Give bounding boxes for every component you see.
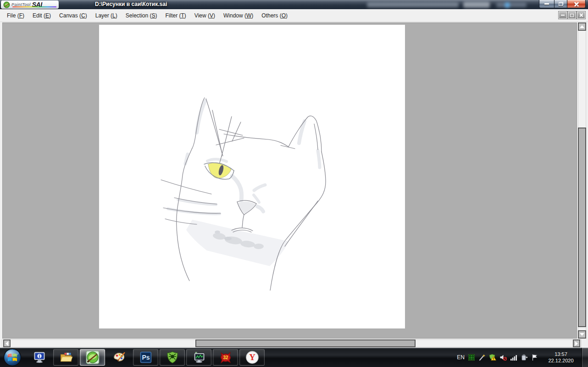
menu-file[interactable]: File (F) [3, 12, 28, 19]
restore-icon [559, 2, 563, 6]
close-button[interactable] [567, 0, 586, 8]
volume-muted-icon[interactable] [499, 354, 507, 361]
arrow-down-icon [580, 333, 584, 336]
window-title: D:\Рисунки в саи\Котик.sai [95, 1, 167, 7]
thebat-badge: 32 [223, 355, 228, 360]
menu-canvas[interactable]: Canvas (C) [55, 12, 91, 19]
menu-selection[interactable]: Selection (S) [122, 12, 161, 19]
menu-others[interactable]: Others (O) [257, 12, 292, 19]
start-button[interactable] [3, 348, 22, 367]
taskbar-yandex[interactable]: Y [239, 349, 265, 366]
system-tray: EN [457, 348, 588, 367]
taskbar: Ps 3 [0, 348, 588, 367]
vertical-scroll-thumb[interactable] [578, 128, 586, 327]
yandex-letter: Y [249, 352, 255, 362]
usb-eject-icon[interactable] [521, 354, 528, 361]
aero-blur-blob [463, 2, 490, 8]
horizontal-scrollbar[interactable] [2, 339, 582, 347]
aero-blur-blob [496, 3, 527, 7]
client-area [0, 22, 588, 348]
menu-edit[interactable]: Edit (E) [28, 12, 55, 19]
photoshop-icon: Ps [139, 351, 152, 364]
restore-button[interactable] [555, 0, 567, 8]
close-icon [574, 1, 579, 7]
vertical-scrollbar[interactable] [578, 22, 586, 339]
doc-maximize-icon [570, 14, 574, 17]
arrow-right-icon [575, 341, 578, 346]
taskbar-photoshop[interactable]: Ps [133, 349, 158, 366]
led-grid-icon[interactable] [468, 354, 475, 361]
network-signal-icon[interactable] [510, 354, 517, 361]
drweb-shield-icon [166, 351, 179, 364]
menu-view[interactable]: View (V) [190, 12, 219, 19]
painttool-sai-icon [86, 350, 100, 364]
menu-window[interactable]: Window (W) [219, 12, 257, 19]
doc-maximize-button[interactable] [568, 11, 576, 19]
performance-monitor-icon [193, 351, 205, 364]
taskbar-buttons: Ps 3 [27, 349, 265, 366]
scroll-left-button[interactable] [3, 339, 11, 347]
horizontal-scroll-thumb[interactable] [195, 339, 416, 347]
menu-bar: File (F)Edit (E)Canvas (C)Layer (L)Selec… [0, 9, 588, 22]
aero-blur-dot [505, 2, 510, 8]
doc-close-icon [579, 13, 583, 17]
yandex-browser-icon: Y [245, 350, 259, 364]
taskbar-system-info[interactable] [27, 349, 52, 366]
drweb-alert-icon[interactable] [489, 354, 496, 361]
show-desktop-button[interactable] [582, 348, 588, 367]
menu-layer[interactable]: Layer (L) [91, 12, 122, 19]
window-controls [539, 0, 586, 8]
taskbar-resource-monitor[interactable] [186, 349, 211, 366]
cat-sketch-drawing [99, 25, 405, 328]
photoshop-label: Ps [142, 354, 150, 361]
doc-minimize-icon [561, 15, 565, 16]
taskbar-explorer[interactable] [53, 349, 78, 366]
scroll-up-button[interactable] [578, 22, 586, 31]
arrow-left-icon [6, 341, 8, 346]
title-bar: PaintTool SAI D:\Рисунки в саи\Котик.sai [0, 0, 588, 9]
language-indicator[interactable]: EN [457, 354, 465, 361]
taskbar-drweb[interactable] [160, 349, 185, 366]
document-window-controls [559, 11, 585, 19]
minimize-icon [544, 3, 549, 5]
clock[interactable]: 13:57 22.12.2020 [544, 351, 578, 364]
canvas-viewport[interactable] [2, 22, 577, 339]
thebat-icon: 32 [219, 350, 233, 364]
action-center-flag-icon[interactable] [531, 354, 538, 361]
arrow-up-icon [580, 25, 584, 28]
canvas-page[interactable] [99, 25, 405, 328]
taskbar-thebat[interactable]: 32 [213, 349, 238, 366]
aero-blur-blob [367, 2, 459, 7]
clock-time: 13:57 [544, 351, 578, 357]
doc-close-button[interactable] [577, 11, 585, 19]
system-info-icon [33, 351, 46, 364]
taskbar-painttool-sai[interactable] [80, 349, 105, 366]
taskbar-paint[interactable] [106, 349, 132, 366]
doc-minimize-button[interactable] [559, 11, 567, 19]
scroll-right-button[interactable] [573, 339, 580, 347]
menu-filter[interactable]: Filter (T) [161, 12, 190, 19]
scroll-down-button[interactable] [578, 330, 586, 339]
sai-shell-icon [3, 1, 10, 8]
paint-palette-icon [112, 350, 126, 364]
minimize-button[interactable] [539, 0, 555, 8]
folder-icon [60, 351, 72, 364]
rainbow-underline [12, 6, 56, 7]
menu-items: File (F)Edit (E)Canvas (C)Layer (L)Selec… [3, 12, 292, 19]
clock-date: 22.12.2020 [544, 357, 578, 364]
magic-wand-icon[interactable] [478, 354, 486, 361]
app-logo: PaintTool SAI [1, 0, 59, 9]
